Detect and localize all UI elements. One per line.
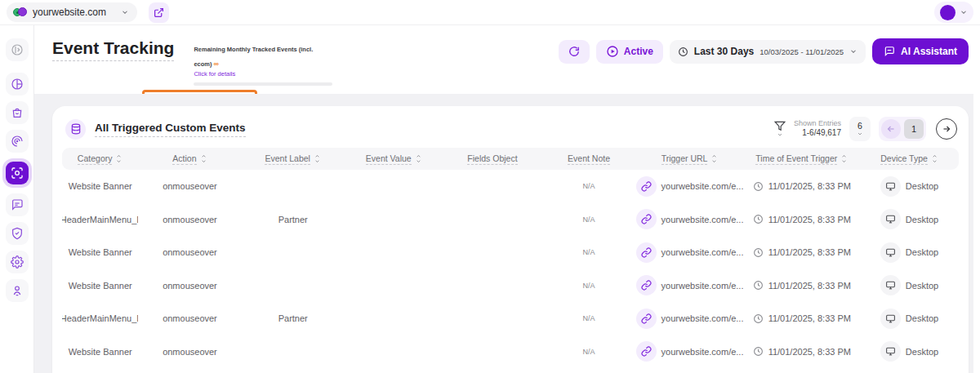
time-text: 11/01/2025, 8:33 PM — [768, 247, 851, 257]
cell-action: onmouseover — [138, 181, 241, 191]
cell-device-type: Desktop — [860, 242, 959, 263]
column-header[interactable]: Event Value — [345, 153, 443, 165]
sort-icon[interactable] — [710, 154, 718, 163]
column-label: Device Type — [880, 153, 928, 165]
cell-category: Website Banner — [62, 347, 138, 357]
sidebar-item-settings[interactable] — [6, 251, 29, 273]
device-text: Desktop — [906, 281, 938, 291]
card-title: All Triggered Custom Events — [95, 122, 246, 137]
funnel-icon — [774, 120, 786, 131]
person-pin-icon — [11, 284, 24, 297]
table-row[interactable]: Website Banner onmouseover N/A yourwebsi… — [62, 269, 959, 303]
sidebar-item-event-tracking[interactable] — [6, 162, 29, 184]
sidebar-item-dashboard[interactable] — [6, 73, 29, 95]
time-text: 11/01/2025, 8:33 PM — [768, 313, 851, 323]
sort-icon[interactable] — [200, 154, 207, 163]
arrow-right-icon — [942, 124, 951, 134]
cell-event-note: N/A — [541, 182, 635, 190]
cell-trigger-url[interactable]: yourwebsite.com/e... — [636, 242, 744, 263]
cell-category: T3_HeaderMainMenu_De... — [62, 215, 138, 224]
table-row[interactable]: Website Banner onmouseover N/A yourwebsi… — [62, 236, 959, 269]
play-circle-icon — [606, 45, 619, 58]
shown-entries: Shown Entries 1-6/49,617 — [794, 119, 841, 139]
column-header[interactable]: Trigger URL — [636, 153, 744, 165]
tracking-status-label: Active — [624, 46, 653, 57]
link-icon[interactable] — [636, 309, 657, 329]
sidebar-item-seo-checker[interactable] — [6, 222, 29, 245]
table-row[interactable]: T3_HeaderMainMenu_De... onmouseover Part… — [62, 203, 959, 237]
cell-action: onmouseover — [138, 281, 241, 291]
desktop-icon — [880, 176, 901, 197]
trigger-url-text: yourwebsite.com/e... — [662, 215, 744, 224]
cell-category: Website Banner — [62, 181, 138, 191]
trigger-url-text: yourwebsite.com/e... — [662, 181, 744, 191]
column-header[interactable]: Category — [62, 153, 138, 165]
prev-page-button[interactable] — [881, 119, 901, 139]
user-menu[interactable] — [934, 2, 973, 23]
table-row[interactable]: Website Banner onmouseover N/A yourwebsi… — [62, 335, 959, 369]
filter-button[interactable] — [774, 120, 786, 138]
click-for-details-link[interactable]: Click for details — [194, 70, 336, 78]
table-row[interactable]: T3_HeaderMainMenu_De... onmouseover Part… — [62, 302, 959, 335]
sidebar-item-session-replay[interactable] — [6, 130, 29, 153]
remaining-events-widget: Remaining Monthly Tracked Events (incl. … — [194, 38, 336, 86]
cell-trigger-url[interactable]: yourwebsite.com/e... — [636, 176, 744, 197]
cell-time: 11/01/2025, 8:33 PM — [743, 181, 860, 192]
cell-trigger-url[interactable]: yourwebsite.com/e... — [636, 209, 744, 229]
column-label: Time of Event Trigger — [755, 153, 837, 165]
column-header[interactable]: Action — [138, 153, 241, 165]
tracking-status-button[interactable]: Active — [596, 40, 663, 64]
device-text: Desktop — [906, 181, 938, 191]
desktop-icon — [880, 242, 901, 263]
cell-action: onmouseover — [138, 347, 241, 357]
cell-event-note: N/A — [541, 282, 635, 290]
sidebar-item-conversion-funnel[interactable] — [6, 101, 29, 124]
page-title: Event Tracking — [52, 38, 174, 61]
sidebar-item-expand[interactable] — [6, 38, 29, 61]
column-header[interactable]: Fields Object — [443, 153, 542, 165]
cell-action: onmouseover — [138, 247, 241, 257]
table-row[interactable]: Website Banner onmouseover N/A yourwebsi… — [62, 170, 959, 203]
page-size-select[interactable]: 6 — [849, 117, 871, 141]
sort-icon[interactable] — [840, 154, 848, 163]
column-label: Category — [78, 153, 113, 165]
cell-category: T3_HeaderMainMenu_De... — [62, 313, 138, 323]
gear-icon — [11, 255, 24, 269]
column-header[interactable]: Event Label — [242, 153, 345, 165]
column-label: Event Value — [366, 153, 412, 165]
column-header[interactable]: Time of Event Trigger — [743, 153, 860, 165]
link-icon[interactable] — [636, 275, 657, 295]
cell-trigger-url[interactable]: yourwebsite.com/e... — [636, 341, 744, 362]
sidebar-item-feedback[interactable] — [6, 193, 29, 216]
cell-trigger-url[interactable]: yourwebsite.com/e... — [636, 309, 744, 329]
chevron-down-icon — [121, 8, 129, 16]
date-range-picker[interactable]: Last 30 Days 10/03/2025 - 11/01/2025 — [670, 40, 866, 64]
database-badge — [65, 119, 86, 140]
link-icon[interactable] — [636, 341, 657, 362]
desktop-icon — [880, 209, 901, 229]
clock-icon — [753, 313, 764, 324]
chevron-down-icon — [960, 8, 968, 16]
cell-event-note: N/A — [541, 348, 635, 356]
sort-icon[interactable] — [115, 154, 122, 163]
device-text: Desktop — [906, 313, 938, 323]
ai-chat-icon — [884, 46, 895, 57]
column-header[interactable]: Event Note — [541, 153, 635, 165]
scrollbar-track[interactable] — [973, 25, 980, 373]
sort-icon[interactable] — [314, 154, 321, 163]
sidebar-item-user-location[interactable] — [6, 279, 29, 302]
current-page[interactable]: 1 — [904, 119, 924, 139]
link-icon[interactable] — [636, 176, 657, 197]
cell-trigger-url[interactable]: yourwebsite.com/e... — [636, 275, 744, 295]
link-icon[interactable] — [636, 242, 657, 263]
domain-selector[interactable]: yourwebsite.com — [7, 2, 137, 22]
refresh-button[interactable] — [559, 40, 590, 64]
open-site-button[interactable] — [149, 2, 169, 23]
link-icon[interactable] — [636, 209, 657, 229]
column-header[interactable]: Device Type — [860, 153, 959, 165]
sort-icon[interactable] — [931, 154, 938, 163]
ai-assistant-button[interactable]: AI Assistant — [872, 38, 969, 64]
sort-icon[interactable] — [415, 154, 422, 163]
next-page-button[interactable] — [936, 118, 957, 140]
column-label: Event Label — [265, 153, 310, 165]
